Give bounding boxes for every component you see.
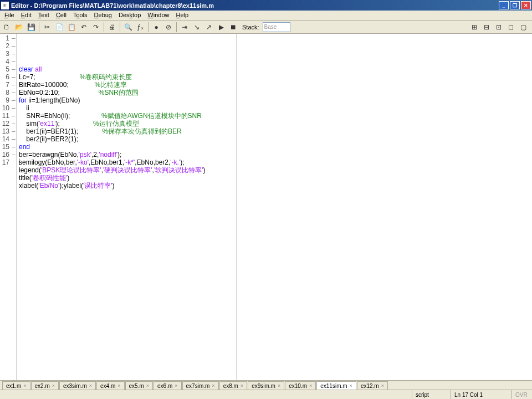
tab-close-icon[interactable]: × [350,383,352,388]
menu-debug[interactable]: Debug [91,11,115,20]
document-tab[interactable]: ex8.m× [219,381,248,390]
maximize-button[interactable]: ❐ [510,1,520,9]
line-number[interactable]: 8– [0,89,15,96]
code-line[interactable]: ber2(ii)=BER2(1); [19,135,532,143]
document-tab[interactable]: ex3sim.m× [59,381,96,390]
tab-close-icon[interactable]: × [381,383,384,388]
paste-button[interactable]: 📋 [66,22,77,33]
tab-close-icon[interactable]: × [212,383,214,388]
document-tabstrip: ex1.m×ex2.m×ex3sim.m×ex4.m×ex5.m×ex6.m×e… [0,380,532,390]
line-number[interactable]: 12– [0,120,15,127]
document-tab[interactable]: ex4.m× [96,381,125,390]
menu-cell[interactable]: Cell [53,11,70,20]
code-editor[interactable]: clear allLc=7; %卷积码约束长度BitRate=100000; %… [17,34,532,380]
line-number-gutter[interactable]: 1–2–3–4–5–6–7–8–9–10–11–12–13–14–15–16–1… [0,34,17,380]
tile-button-3[interactable]: ⊡ [493,22,504,33]
code-line[interactable]: Lc=7; %卷积码约束长度 [19,73,532,81]
toolbar-separator [39,22,39,32]
tab-close-icon[interactable]: × [117,383,120,388]
step-in-button[interactable]: ↘ [191,22,202,33]
set-breakpoint-button[interactable]: ● [151,22,162,33]
code-line[interactable]: xlabel('Eb/No');ylabel('误比特率') [19,182,532,190]
document-tab[interactable]: ex1.m× [2,381,30,390]
tab-close-icon[interactable]: × [146,383,149,388]
line-number[interactable]: 2– [0,42,15,50]
tile-button-5[interactable]: ▢ [518,22,529,33]
clear-breakpoint-button[interactable]: ⊘ [163,22,174,33]
document-tab[interactable]: ex6.m× [154,381,182,390]
line-number[interactable]: 16– [0,151,15,158]
step-out-button[interactable]: ↗ [203,22,214,33]
tab-close-icon[interactable]: × [89,383,92,388]
line-number[interactable]: 1– [0,34,15,42]
line-number[interactable]: 13– [0,127,15,135]
line-number[interactable]: 6– [0,73,15,81]
code-line[interactable]: ii [19,104,532,112]
code-line[interactable] [19,190,532,197]
tab-close-icon[interactable]: × [309,383,312,388]
code-line[interactable]: semilogy(EbNo,ber,'-ko',EbNo,ber1,'-k*',… [19,158,532,166]
line-number[interactable]: 17 [0,158,15,166]
open-file-button[interactable]: 📂 [13,22,24,33]
print-button[interactable]: 🖨 [106,22,117,33]
code-line[interactable]: ber=berawgn(EbNo,'psk',2,'nodiff'); [19,151,532,158]
stack-combo[interactable]: Base [263,22,290,32]
menu-desktop[interactable]: Desktop [115,11,144,20]
step-button[interactable]: ⇥ [179,22,190,33]
exit-debug-button[interactable]: ⏹ [228,22,239,33]
tab-close-icon[interactable]: × [175,383,177,388]
tile-button-4[interactable]: ◻ [505,22,516,33]
line-number[interactable]: 14– [0,135,15,143]
code-line[interactable]: clear all [19,65,532,73]
tab-close-icon[interactable]: × [241,383,243,388]
save-button[interactable]: 💾 [25,22,37,33]
document-tab[interactable]: ex10.m× [285,381,316,390]
tab-close-icon[interactable]: × [278,383,280,388]
code-line[interactable]: SNR=EbNo(ii); %赋值给AWGN信道模块中的SNR [19,112,532,120]
code-line[interactable]: for ii=1:length(EbNo) [19,96,532,104]
line-number[interactable]: 9– [0,96,15,104]
function-button[interactable]: ƒₓ [135,22,146,33]
menu-file[interactable]: File [1,11,18,20]
line-number[interactable]: 5– [0,65,15,73]
document-tab[interactable]: ex11sim.m× [316,381,356,390]
line-number[interactable]: 11– [0,112,15,120]
line-number[interactable]: 15– [0,143,15,151]
menu-edit[interactable]: Edit [18,11,35,20]
code-line[interactable]: BitRate=100000; %比特速率 [19,81,532,89]
tab-label: ex12.m [361,383,379,389]
code-line[interactable]: ber1(ii)=BER1(1); %保存本次仿真得到的BER [19,127,532,135]
menu-tools[interactable]: Tools [70,11,91,20]
new-file-button[interactable]: 🗋 [1,22,12,33]
minimize-button[interactable]: _ [499,1,509,9]
menu-text[interactable]: Text [35,11,53,20]
code-line[interactable]: EbNo=0:2:10; %SNR的范围 [19,89,532,96]
document-tab[interactable]: ex5.m× [125,381,154,390]
menu-help[interactable]: Help [173,11,192,20]
tile-button-1[interactable]: ⊞ [469,22,480,33]
menu-window[interactable]: Window [144,11,172,20]
line-number[interactable]: 10– [0,104,15,112]
undo-button[interactable]: ↶ [78,22,89,33]
line-number[interactable]: 7– [0,81,15,89]
document-tab[interactable]: ex9sim.m× [248,381,284,390]
code-line[interactable]: legend('BPSK理论误比特率','硬判决误比特率','软判决误比特率') [19,166,532,174]
line-number[interactable]: 3– [0,50,15,58]
redo-button[interactable]: ↷ [90,22,101,33]
cut-button[interactable]: ✂ [42,22,53,33]
run-button[interactable]: ▶ [216,22,227,33]
document-tab[interactable]: ex12.m× [357,381,388,390]
document-tab[interactable]: ex2.m× [31,381,59,390]
status-position: Ln 17 Col 1 [451,390,512,399]
code-line[interactable]: sim('ex11'); %运行仿真模型 [19,120,532,127]
tab-close-icon[interactable]: × [23,383,26,388]
tile-button-2[interactable]: ⊟ [481,22,492,33]
close-button[interactable]: ✕ [521,1,531,9]
tab-close-icon[interactable]: × [52,383,55,388]
document-tab[interactable]: ex7sim.m× [182,381,219,390]
line-number[interactable]: 4– [0,58,15,65]
find-button[interactable]: 🔍 [122,22,134,33]
copy-button[interactable]: 📄 [54,22,65,33]
code-line[interactable]: end [19,143,532,151]
code-line[interactable]: title('卷积码性能') [19,174,532,182]
